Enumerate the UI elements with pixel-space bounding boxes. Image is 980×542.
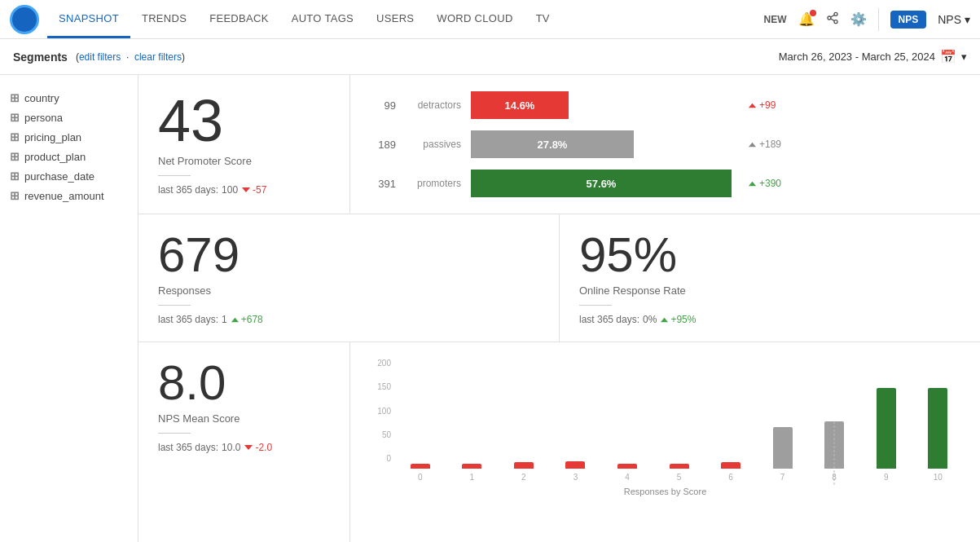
- sidebar: ⊞ country ⊞ persona ⊞ pricing_plan ⊞ pro…: [0, 75, 138, 542]
- sidebar-item-revenue-amount[interactable]: ⊞ revenue_amount: [10, 186, 128, 205]
- sidebar-item-pricing-plan[interactable]: ⊞ pricing_plan: [10, 127, 128, 147]
- svg-line-4: [830, 15, 834, 17]
- detractors-bar: 14.6%: [471, 91, 569, 119]
- metric-divider: [579, 305, 612, 306]
- sidebar-item-purchase-date[interactable]: ⊞ purchase_date: [10, 166, 128, 186]
- sidebar-item-label: product_plan: [24, 151, 86, 163]
- nps-badge: NPS: [890, 11, 927, 29]
- passives-change-value: +189: [759, 139, 781, 150]
- chart-bar-group-6: [705, 462, 757, 469]
- tab-feedback[interactable]: FEEDBACK: [198, 0, 279, 38]
- svg-point-1: [828, 16, 831, 20]
- passives-pct: 27.8%: [538, 139, 568, 151]
- chart-y-axis: 200 150 100 50 0: [367, 359, 391, 463]
- chart-x-label-3: 3: [550, 473, 602, 482]
- promoters-pct: 57.6%: [587, 178, 617, 190]
- nav-right: NEW 🔔 ⚙️ NPS NPS ▾: [764, 8, 970, 31]
- segments-bar: Segments (edit filters · clear filters) …: [0, 39, 980, 75]
- responses-label: Responses: [158, 284, 539, 297]
- chart-bar-group-9: [860, 388, 912, 469]
- metric-divider: [158, 175, 191, 176]
- detractors-label: detractors: [406, 99, 461, 111]
- last-period-value: 100: [222, 184, 238, 196]
- mean-score-trend: -2.0: [244, 442, 272, 453]
- chart-bar-5: [670, 464, 689, 469]
- chart-x-label-2: 2: [498, 473, 550, 482]
- nps-mean-section: 8.0 NPS Mean Score last 365 days: 10.0 -…: [138, 342, 350, 542]
- nps-score-label: Net Promoter Score: [158, 155, 330, 167]
- chart-x-label-0: 0: [394, 473, 446, 482]
- sidebar-item-label: pricing_plan: [24, 131, 81, 143]
- chart-bar-4: [617, 464, 637, 469]
- plus-icon: ⊞: [10, 91, 20, 104]
- passives-row: 189 passives 27.8% +189: [370, 130, 960, 158]
- mean-score-last-period: last 365 days: 10.0 -2.0: [158, 442, 330, 453]
- online-rate-label: Online Response Rate: [579, 284, 960, 297]
- content-area: 43 Net Promoter Score last 365 days: 100…: [138, 75, 980, 542]
- chart-x-label-8: 8: [808, 473, 860, 482]
- segments-label: Segments: [13, 51, 68, 64]
- chart-bar-group-1: [446, 464, 499, 469]
- tab-trends[interactable]: TRENDS: [130, 0, 198, 38]
- sidebar-item-label: persona: [24, 112, 63, 124]
- calendar-icon: 📅: [940, 49, 956, 64]
- tab-snapshot[interactable]: SNAPSHOT: [47, 0, 130, 38]
- date-range-picker[interactable]: March 26, 2023 - March 25, 2024 📅 ▾: [779, 49, 967, 64]
- plus-icon: ⊞: [10, 130, 20, 143]
- tab-autotags[interactable]: AUTO TAGS: [280, 0, 365, 38]
- chart-bar-group-4: [601, 464, 653, 469]
- svg-point-0: [834, 12, 837, 15]
- promoters-bar-container: 57.6%: [471, 170, 732, 197]
- tab-tv[interactable]: TV: [525, 0, 561, 38]
- chart-x-labels: 012345678910: [394, 473, 964, 482]
- chart-bar-1: [462, 464, 481, 469]
- chevron-down-icon: ▾: [961, 51, 967, 63]
- chart-bar-6: [721, 462, 740, 469]
- chart-bar-9: [877, 388, 896, 469]
- chart-x-label-5: 5: [653, 473, 705, 482]
- chart-x-label-4: 4: [601, 473, 653, 482]
- chart-bar-group-3: [550, 461, 602, 469]
- nps-trend-down: -57: [241, 184, 266, 196]
- tab-users[interactable]: USERS: [365, 0, 425, 38]
- sidebar-item-product-plan[interactable]: ⊞ product_plan: [10, 147, 128, 166]
- metric-divider: [158, 305, 191, 306]
- chart-bar-group-7: [757, 427, 809, 469]
- main-layout: ⊞ country ⊞ persona ⊞ pricing_plan ⊞ pro…: [0, 75, 980, 542]
- sidebar-item-label: purchase_date: [24, 170, 94, 183]
- chart-bar-group-8: [808, 421, 860, 469]
- sidebar-item-country[interactable]: ⊞ country: [10, 88, 128, 108]
- online-rate-value: 95%: [579, 231, 960, 280]
- plus-icon: ⊞: [10, 189, 20, 202]
- chart-bar-10: [928, 388, 947, 469]
- chart-x-label-9: 9: [860, 473, 912, 482]
- responses-trend: +678: [231, 314, 263, 325]
- detractors-count: 99: [370, 99, 396, 112]
- plus-icon: ⊞: [10, 150, 20, 163]
- nav-divider: [878, 8, 879, 31]
- nps-dropdown[interactable]: NPS ▾: [938, 13, 970, 26]
- logo[interactable]: [10, 5, 39, 34]
- edit-filters-link[interactable]: edit filters: [79, 51, 121, 63]
- passives-change: +189: [748, 139, 781, 150]
- sidebar-item-persona[interactable]: ⊞ persona: [10, 108, 128, 127]
- clear-filters-link[interactable]: clear filters: [134, 51, 182, 63]
- chart-bar-0: [411, 464, 430, 469]
- sidebar-item-label: country: [24, 92, 59, 104]
- tab-wordcloud[interactable]: WORD CLOUD: [425, 0, 524, 38]
- chart-bar-2: [514, 462, 534, 469]
- metric-divider: [158, 433, 191, 434]
- share-icon[interactable]: [826, 11, 839, 28]
- chart-x-label-7: 7: [757, 473, 809, 482]
- notification-icon[interactable]: 🔔: [798, 11, 815, 27]
- mean-score-label: NPS Mean Score: [158, 412, 330, 425]
- promoters-bar: 57.6%: [471, 170, 732, 197]
- promoters-row: 391 promoters 57.6% +390: [370, 170, 960, 197]
- settings-icon[interactable]: ⚙️: [850, 11, 867, 27]
- metrics-bottom-row: 8.0 NPS Mean Score last 365 days: 10.0 -…: [138, 342, 980, 542]
- detractors-bar-container: 14.6%: [471, 91, 732, 119]
- chart-section: 200 150 100 50 0 012345678910 Res: [350, 342, 980, 542]
- nps-score-section: 43 Net Promoter Score last 365 days: 100…: [138, 75, 350, 214]
- new-button[interactable]: NEW: [764, 14, 787, 25]
- sidebar-item-label: revenue_amount: [24, 190, 104, 202]
